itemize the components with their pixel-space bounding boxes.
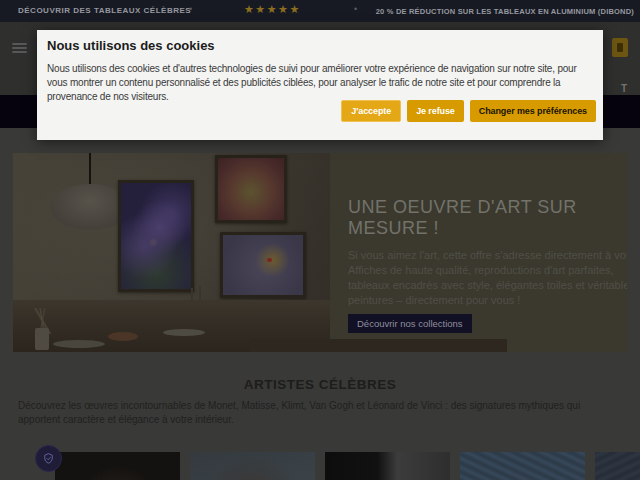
cookie-dialog-body: Nous utilisons des cookies et d'autres t… bbox=[47, 62, 593, 104]
lamp-cord bbox=[89, 153, 91, 186]
portrait-image bbox=[325, 452, 450, 480]
separator-dot: • bbox=[189, 4, 192, 14]
page-root: DÉCOUVRIR DES TABLEAUX CÉLÈBRES • ★★★★★ … bbox=[0, 0, 640, 480]
nav-menu-fragment[interactable]: T bbox=[621, 83, 627, 94]
ladybug-detail bbox=[267, 258, 272, 262]
framed-iris-painting bbox=[118, 180, 194, 292]
portrait-image bbox=[595, 452, 640, 480]
bowl bbox=[108, 332, 138, 341]
plate bbox=[163, 329, 205, 336]
artists-section-description: Découvrez les œuvres incontournables de … bbox=[18, 399, 622, 427]
announcement-promo-text: 20 % DE RÉDUCTION SUR LES TABLEAUX EN AL… bbox=[376, 7, 634, 16]
cookie-dialog-title: Nous utilisons des cookies bbox=[47, 38, 593, 53]
artist-thumbnail-beret-portrait[interactable] bbox=[55, 452, 180, 480]
shield-check-icon bbox=[42, 452, 55, 465]
artist-thumbnail-bw-photo[interactable] bbox=[325, 452, 450, 480]
hero-description: Si vous aimez l'art, cette offre s'adres… bbox=[348, 248, 627, 308]
bench-strip bbox=[250, 339, 507, 352]
artist-thumbnail-van-gogh[interactable] bbox=[460, 452, 585, 480]
rating-stars-icon: ★★★★★ bbox=[244, 3, 301, 16]
artists-section-title: ARTISTES CÉLÈBRES bbox=[0, 377, 640, 392]
refuse-cookies-button[interactable]: Je refuse bbox=[407, 100, 464, 122]
cookie-consent-dialog: Nous utilisons des cookies Nous utilison… bbox=[37, 30, 603, 140]
announcement-discover-text: DÉCOUVRIR DES TABLEAUX CÉLÈBRES bbox=[18, 6, 191, 15]
candle bbox=[191, 288, 193, 302]
portrait-image bbox=[460, 452, 585, 480]
framed-tulip-print bbox=[215, 155, 287, 223]
discover-collections-button[interactable]: Découvrir nos collections bbox=[348, 314, 472, 333]
vase bbox=[35, 328, 49, 350]
portrait-image bbox=[190, 452, 315, 480]
artist-thumbnail-partial[interactable] bbox=[595, 452, 640, 480]
artist-thumbnail-blue-portrait[interactable] bbox=[190, 452, 315, 480]
portrait-image bbox=[55, 452, 180, 480]
hero-title: UNE OEUVRE D'ART SUR MESURE ! bbox=[348, 197, 627, 239]
announcement-bar: DÉCOUVRIR DES TABLEAUX CÉLÈBRES • ★★★★★ … bbox=[0, 0, 640, 22]
hero-text-panel: UNE OEUVRE D'ART SUR MESURE ! Si vous ai… bbox=[330, 153, 627, 352]
hero-room-photo bbox=[13, 153, 330, 352]
framed-crocus-print bbox=[220, 232, 306, 298]
cart-icon bbox=[617, 43, 623, 52]
accept-cookies-button[interactable]: J'accepte bbox=[341, 100, 401, 122]
hero-banner: UNE OEUVRE D'ART SUR MESURE ! Si vous ai… bbox=[13, 153, 627, 352]
privacy-widget-button[interactable] bbox=[35, 445, 62, 472]
separator-dot: • bbox=[354, 4, 357, 14]
cart-button[interactable] bbox=[612, 38, 628, 57]
cookie-dialog-buttons: J'accepte Je refuse Changer mes préféren… bbox=[341, 100, 596, 122]
candle bbox=[199, 286, 201, 300]
change-preferences-button[interactable]: Changer mes préférences bbox=[470, 100, 596, 122]
plate bbox=[53, 340, 105, 348]
hamburger-menu-icon[interactable] bbox=[12, 43, 27, 56]
artist-carousel bbox=[55, 452, 640, 480]
